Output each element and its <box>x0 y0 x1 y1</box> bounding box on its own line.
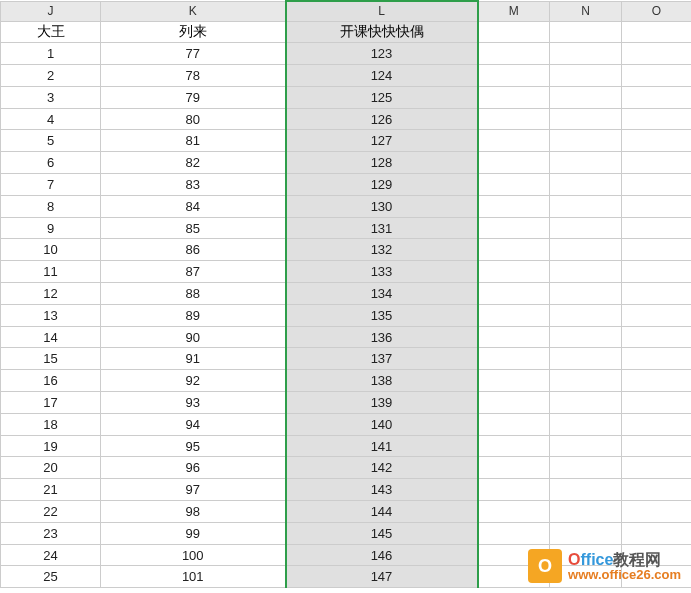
cell[interactable] <box>478 43 550 65</box>
cell[interactable]: 20 <box>1 457 101 479</box>
col-header-J[interactable]: J <box>1 1 101 21</box>
table-row[interactable]: 177123 <box>1 43 692 65</box>
cell[interactable]: 144 <box>286 501 478 523</box>
cell[interactable]: 16 <box>1 370 101 392</box>
cell[interactable]: 4 <box>1 108 101 130</box>
cell[interactable]: 90 <box>101 326 286 348</box>
cell[interactable] <box>550 326 622 348</box>
cell[interactable]: 129 <box>286 174 478 196</box>
cell[interactable]: 128 <box>286 152 478 174</box>
cell[interactable] <box>478 217 550 239</box>
cell[interactable] <box>550 370 622 392</box>
cell[interactable] <box>478 348 550 370</box>
col-header-M[interactable]: M <box>478 1 550 21</box>
cell[interactable] <box>550 283 622 305</box>
col-header-L[interactable]: L <box>286 1 478 21</box>
cell[interactable] <box>622 348 692 370</box>
cell[interactable]: 81 <box>101 130 286 152</box>
cell[interactable]: 开课快快快偶 <box>286 21 478 43</box>
cell[interactable] <box>478 392 550 414</box>
cell[interactable] <box>622 370 692 392</box>
table-row[interactable]: 1086132 <box>1 239 692 261</box>
cell[interactable]: 17 <box>1 392 101 414</box>
cell[interactable]: 7 <box>1 174 101 196</box>
cell[interactable] <box>550 195 622 217</box>
cell[interactable]: 13 <box>1 304 101 326</box>
cell[interactable]: 141 <box>286 435 478 457</box>
cell[interactable] <box>478 370 550 392</box>
cell[interactable]: 101 <box>101 566 286 588</box>
table-row[interactable]: 1591137 <box>1 348 692 370</box>
cell[interactable] <box>550 152 622 174</box>
col-header-K[interactable]: K <box>101 1 286 21</box>
cell[interactable] <box>478 283 550 305</box>
cell[interactable]: 6 <box>1 152 101 174</box>
cell[interactable] <box>622 239 692 261</box>
cell[interactable] <box>622 86 692 108</box>
cell[interactable]: 9 <box>1 217 101 239</box>
cell[interactable] <box>550 392 622 414</box>
spreadsheet-table[interactable]: J K L M N O 大王列来开课快快快偶177123278124379125… <box>0 0 691 588</box>
table-row[interactable]: 1389135 <box>1 304 692 326</box>
cell[interactable] <box>478 239 550 261</box>
table-row[interactable]: 2298144 <box>1 501 692 523</box>
cell[interactable] <box>550 261 622 283</box>
cell[interactable]: 139 <box>286 392 478 414</box>
cell[interactable] <box>550 130 622 152</box>
cell[interactable]: 8 <box>1 195 101 217</box>
cell[interactable] <box>622 108 692 130</box>
cell[interactable]: 134 <box>286 283 478 305</box>
cell[interactable]: 80 <box>101 108 286 130</box>
cell[interactable] <box>550 501 622 523</box>
cell[interactable]: 127 <box>286 130 478 152</box>
cell[interactable]: 132 <box>286 239 478 261</box>
table-row[interactable]: 1490136 <box>1 326 692 348</box>
cell[interactable]: 78 <box>101 65 286 87</box>
cell[interactable] <box>550 21 622 43</box>
cell[interactable]: 5 <box>1 130 101 152</box>
cell[interactable] <box>622 130 692 152</box>
cell[interactable] <box>622 392 692 414</box>
cell[interactable]: 145 <box>286 522 478 544</box>
cell[interactable] <box>622 217 692 239</box>
table-row[interactable]: 278124 <box>1 65 692 87</box>
cell[interactable]: 列来 <box>101 21 286 43</box>
cell[interactable] <box>550 479 622 501</box>
cell[interactable]: 136 <box>286 326 478 348</box>
cell[interactable]: 89 <box>101 304 286 326</box>
cell[interactable] <box>550 174 622 196</box>
table-row[interactable]: 379125 <box>1 86 692 108</box>
cell[interactable]: 大王 <box>1 21 101 43</box>
cell[interactable]: 3 <box>1 86 101 108</box>
cell[interactable] <box>622 65 692 87</box>
cell[interactable] <box>622 326 692 348</box>
cell[interactable] <box>550 304 622 326</box>
cell[interactable] <box>478 413 550 435</box>
cell[interactable] <box>622 21 692 43</box>
cell[interactable] <box>550 348 622 370</box>
cell[interactable]: 123 <box>286 43 478 65</box>
cell[interactable]: 83 <box>101 174 286 196</box>
cell[interactable]: 91 <box>101 348 286 370</box>
cell[interactable] <box>550 65 622 87</box>
cell[interactable]: 126 <box>286 108 478 130</box>
cell[interactable]: 2 <box>1 65 101 87</box>
cell[interactable]: 96 <box>101 457 286 479</box>
column-header-row[interactable]: J K L M N O <box>1 1 692 21</box>
table-row[interactable]: 581127 <box>1 130 692 152</box>
col-header-O[interactable]: O <box>622 1 692 21</box>
cell[interactable] <box>478 522 550 544</box>
cell[interactable]: 131 <box>286 217 478 239</box>
cell[interactable] <box>478 152 550 174</box>
cell[interactable]: 84 <box>101 195 286 217</box>
cell[interactable]: 82 <box>101 152 286 174</box>
cell[interactable] <box>478 479 550 501</box>
table-row[interactable]: 480126 <box>1 108 692 130</box>
cell[interactable]: 98 <box>101 501 286 523</box>
cell[interactable]: 1 <box>1 43 101 65</box>
table-row[interactable]: 884130 <box>1 195 692 217</box>
cell[interactable]: 18 <box>1 413 101 435</box>
table-row[interactable]: 大王列来开课快快快偶 <box>1 21 692 43</box>
cell[interactable] <box>478 261 550 283</box>
cell[interactable] <box>478 326 550 348</box>
